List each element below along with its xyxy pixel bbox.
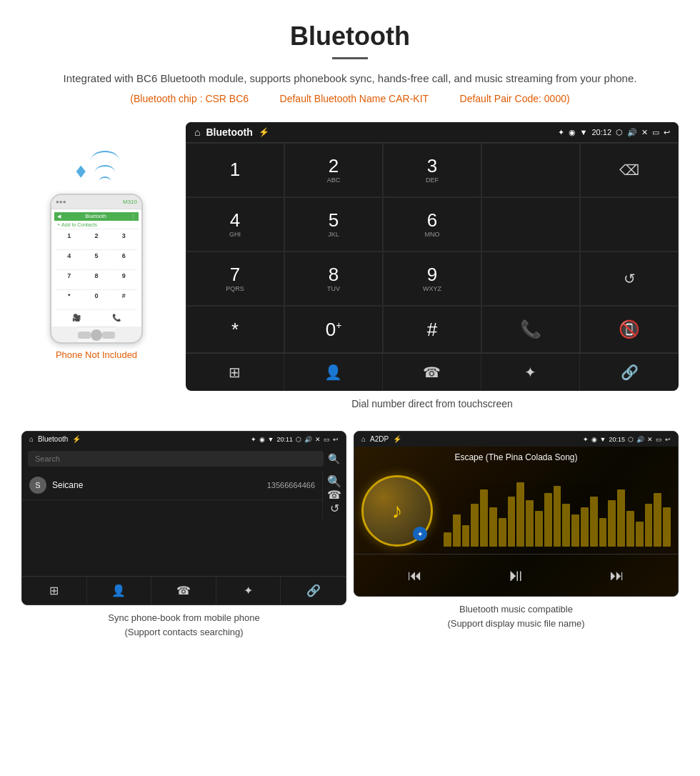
music-wifi-icon: ▼ <box>600 436 606 443</box>
key-9[interactable]: 9 WXYZ <box>383 252 481 306</box>
pb-home-icon: ⌂ <box>29 435 34 443</box>
key-refresh[interactable]: ↺ <box>580 252 679 306</box>
key-empty-4 <box>481 252 580 306</box>
key-call-red[interactable]: 📵 <box>580 306 679 353</box>
usb-icon: ⚡ <box>259 127 269 137</box>
waveform-bar <box>590 497 598 547</box>
pb-nav-link[interactable]: 🔗 <box>281 577 346 605</box>
waveform-bar <box>544 493 552 547</box>
nav-user[interactable]: 👤 <box>284 354 383 391</box>
phone-btn-1 <box>78 332 91 339</box>
phonebook-caption-line2: (Support contacts searching) <box>124 627 243 637</box>
waveform-bar <box>489 507 497 547</box>
key-1[interactable]: 1 <box>186 143 284 197</box>
signal-arcs <box>91 151 119 188</box>
phone-call-row: 🎥 📞 <box>54 312 139 324</box>
music-status-bar: ⌂ A2DP ⚡ ✦ ◉ ▼ 20:15 ⬡ 🔊 ✕ ▭ ↩ <box>354 432 678 447</box>
music-back-icon: ↩ <box>665 436 671 443</box>
dial-bottom-nav: ⊞ 👤 ☎ ✦ 🔗 <box>186 353 679 391</box>
contact-row[interactable]: S Seicane 13566664466 <box>22 471 322 500</box>
music-home-icon: ⌂ <box>361 435 366 443</box>
nav-link[interactable]: 🔗 <box>580 354 679 391</box>
waveform-bar <box>508 497 516 547</box>
pb-nav-bt[interactable]: ✦ <box>216 577 281 605</box>
key-call-green[interactable]: 📞 <box>481 306 580 353</box>
pb-nav-phone[interactable]: ☎ <box>151 577 216 605</box>
key-6[interactable]: 6 MNO <box>383 197 481 252</box>
dial-keypad: 1 2 ABC 3 DEF ⌫ 4 GHI <box>186 142 679 353</box>
prev-button[interactable]: ⏮ <box>408 567 422 584</box>
nav-grid[interactable]: ⊞ <box>186 354 284 391</box>
pb-loc-icon: ◉ <box>259 436 265 443</box>
music-content: Escape (The Pina Colada Song) ♪ ✦ ⏮ ⏯ ⏭ <box>354 447 678 596</box>
pb-cam-icon: ⬡ <box>296 436 301 443</box>
dial-title: Bluetooth <box>206 126 252 138</box>
pb-nav-user[interactable]: 👤 <box>87 577 152 605</box>
pk-1: 1 <box>56 231 82 250</box>
pb-side-search[interactable]: 🔍 <box>327 474 341 488</box>
waveform-bar <box>526 500 534 547</box>
dial-status-right: ✦ ◉ ▼ 20:12 ⬡ 🔊 ✕ ▭ ↩ <box>558 128 670 137</box>
back-icon: ↩ <box>664 128 670 137</box>
key-7[interactable]: 7 PQRS <box>186 252 284 306</box>
pb-nav-grid[interactable]: ⊞ <box>22 577 87 605</box>
key-2[interactable]: 2 ABC <box>284 143 383 197</box>
phonebook-search-bar: 🔍 <box>22 447 346 471</box>
waveform-bar <box>599 518 607 547</box>
phonebook-bottom-nav: ⊞ 👤 ☎ ✦ 🔗 <box>22 576 346 605</box>
pb-status-right: ✦ ◉ ▼ 20:11 ⬡ 🔊 ✕ ▭ ↩ <box>251 436 339 443</box>
music-time: 20:15 <box>609 436 625 443</box>
key-3[interactable]: 3 DEF <box>383 143 481 197</box>
title-divider <box>332 57 368 59</box>
dial-status-left: ⌂ Bluetooth ⚡ <box>194 126 269 138</box>
music-art-area: ♪ ✦ <box>354 468 678 554</box>
key-empty-2 <box>481 197 580 252</box>
refresh-icon: ↺ <box>624 270 636 287</box>
phone-top-bar: ●●● M310 <box>51 195 141 209</box>
next-button[interactable]: ⏭ <box>610 567 624 584</box>
phonebook-right-col: 🔍 ☎ ↺ <box>322 471 346 519</box>
key-5[interactable]: 5 JKL <box>284 197 383 252</box>
key-backspace[interactable]: ⌫ <box>580 143 679 197</box>
location-icon: ◉ <box>569 128 576 137</box>
music-caption: Bluetooth music compatible (Support disp… <box>354 597 679 636</box>
music-status-right: ✦ ◉ ▼ 20:15 ⬡ 🔊 ✕ ▭ ↩ <box>583 436 671 443</box>
lower-section: ⌂ Bluetooth ⚡ ✦ ◉ ▼ 20:11 ⬡ 🔊 ✕ ▭ ↩ <box>0 431 700 659</box>
music-caption-line1: Bluetooth music compatible <box>459 604 573 615</box>
play-pause-button[interactable]: ⏯ <box>507 565 524 585</box>
nav-bt[interactable]: ✦ <box>481 354 580 391</box>
key-hash[interactable]: # <box>383 306 481 353</box>
waveform-bar <box>535 511 543 547</box>
signal-arc-1 <box>99 176 111 185</box>
waveform-bar <box>645 504 653 547</box>
specs-line: (Bluetooth chip : CSR BC6 Default Blueto… <box>43 93 657 104</box>
music-album-art: ♪ ✦ <box>361 475 433 547</box>
wifi-icon: ▼ <box>580 128 588 136</box>
bt-pair-code: Default Pair Code: 0000) <box>460 93 570 104</box>
phonebook-search-input[interactable] <box>28 451 324 467</box>
key-star[interactable]: * <box>186 306 284 353</box>
window-icon: ▭ <box>652 128 659 137</box>
pb-status-left: ⌂ Bluetooth ⚡ <box>29 435 81 443</box>
bluetooth-icon: ⬧ <box>74 156 87 183</box>
phonebook-main-content: S Seicane 13566664466 🔍 ☎ ↺ <box>22 471 346 519</box>
key-0[interactable]: 0+ <box>284 306 383 353</box>
nav-phone[interactable]: ☎ <box>383 354 481 391</box>
pk-8: 8 <box>83 271 109 290</box>
music-screen: ⌂ A2DP ⚡ ✦ ◉ ▼ 20:15 ⬡ 🔊 ✕ ▭ ↩ E <box>354 431 679 597</box>
waveform-bar <box>516 482 524 547</box>
phone-bottom-bar <box>78 327 115 342</box>
dial-screen-container: ⌂ Bluetooth ⚡ ✦ ◉ ▼ 20:12 ⬡ 🔊 ✕ ▭ ↩ <box>186 122 679 424</box>
dial-time: 20:12 <box>591 128 611 136</box>
waveform-bar <box>636 522 644 547</box>
key-4[interactable]: 4 GHI <box>186 197 284 252</box>
waveform-bar <box>499 518 506 547</box>
music-usb-icon: ⚡ <box>393 435 401 443</box>
pb-side-refresh[interactable]: ↺ <box>330 502 339 515</box>
bt-name: Default Bluetooth Name CAR-KIT <box>280 93 429 104</box>
contact-avatar: S <box>29 477 46 494</box>
waveform-bar <box>626 511 634 547</box>
key-8[interactable]: 8 TUV <box>284 252 383 306</box>
waveform-bar <box>462 525 470 547</box>
pb-side-phone[interactable]: ☎ <box>327 488 341 502</box>
